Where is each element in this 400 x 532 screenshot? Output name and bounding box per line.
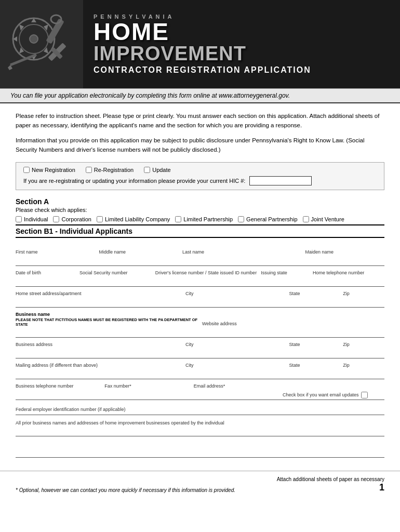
business-city-label: City <box>185 342 285 347</box>
gp-checkbox[interactable] <box>238 216 244 222</box>
new-registration-checkbox[interactable] <box>23 167 30 173</box>
home-phone-input[interactable] <box>313 276 384 285</box>
dl-input[interactable] <box>155 276 257 285</box>
business-city-input[interactable] <box>185 348 285 357</box>
business-name-field: Business name PLEASE NOTE THAT FICTITIOU… <box>16 312 198 336</box>
email-input[interactable] <box>194 389 278 398</box>
home-zip-input[interactable] <box>343 297 384 306</box>
first-name-input[interactable] <box>16 255 95 264</box>
dob-input[interactable] <box>16 276 75 285</box>
llc-option[interactable]: Limited Liability Company <box>97 216 170 222</box>
business-name-input[interactable] <box>16 327 198 336</box>
home-state-input[interactable] <box>289 297 339 306</box>
section-a-header: Section A <box>16 197 384 206</box>
maiden-name-label: Maiden name <box>305 249 384 255</box>
first-name-field: First name <box>16 249 95 264</box>
business-address-label: Business address <box>16 342 181 347</box>
mailing-address-label: Mailing address (if different than above… <box>16 363 181 368</box>
business-zip-label: Zip <box>343 342 384 347</box>
home-city-input[interactable] <box>185 297 285 306</box>
individual-option[interactable]: Individual <box>16 216 48 222</box>
business-address-field: Business address <box>16 342 181 357</box>
email-label: Email address* <box>194 383 278 389</box>
lp-checkbox[interactable] <box>175 216 181 222</box>
home-phone-label: Home telephone number <box>313 270 384 275</box>
email-updates-checkbox[interactable] <box>361 392 368 398</box>
intro-para2: Information that you provide on this app… <box>16 136 384 155</box>
prior-names-input[interactable] <box>16 425 384 435</box>
registration-type-box: New Registration Re-Registration Update … <box>16 162 384 190</box>
business-zip-input[interactable] <box>343 348 384 357</box>
business-name-row: Business name PLEASE NOTE THAT FICTITIOU… <box>16 308 384 338</box>
lp-label: Limited Partnership <box>183 216 233 222</box>
title-subtitle: CONTRACTOR REGISTRATION APPLICATION <box>94 65 390 75</box>
blank-input[interactable] <box>16 447 384 456</box>
jv-label: Joint Venture <box>311 216 344 222</box>
website-input[interactable] <box>202 327 384 336</box>
mailing-zip-input[interactable] <box>343 368 384 378</box>
dob-label: Date of birth <box>16 270 75 275</box>
prior-names-label: All prior business names and addresses o… <box>16 420 224 425</box>
home-address-label: Home street address/apartment <box>16 291 181 296</box>
corporation-checkbox[interactable] <box>53 216 59 222</box>
lp-option[interactable]: Limited Partnership <box>175 216 233 222</box>
issuing-state-input[interactable] <box>261 276 309 285</box>
business-state-input[interactable] <box>289 348 339 357</box>
mailing-state-input[interactable] <box>289 368 339 378</box>
business-city-field: City <box>185 342 285 357</box>
business-zip-field: Zip <box>343 342 384 357</box>
middle-name-field: Middle name <box>99 249 178 264</box>
re-registration-label: Re-Registration <box>94 167 134 173</box>
home-city-label: City <box>185 291 285 296</box>
section-b1-header: Section B1 - Individual Applicants <box>16 224 384 238</box>
header-logo-area <box>0 0 83 88</box>
middle-name-label: Middle name <box>99 249 178 255</box>
last-name-input[interactable] <box>182 255 301 264</box>
gp-option[interactable]: General Partnership <box>238 216 297 222</box>
footer-note: * Optional, however we can contact you m… <box>16 487 235 493</box>
svg-point-2 <box>30 35 38 43</box>
page-number: 1 <box>277 482 384 493</box>
hic-input[interactable] <box>249 176 312 185</box>
update-checkbox[interactable] <box>144 167 150 173</box>
mailing-address-field: Mailing address (if different than above… <box>16 363 181 378</box>
first-name-label: First name <box>16 249 95 255</box>
home-city-field: City <box>185 291 285 306</box>
ssn-label: Social Security number <box>79 270 151 275</box>
reg-options-row: New Registration Re-Registration Update <box>23 167 377 173</box>
jv-checkbox[interactable] <box>303 216 309 222</box>
business-address-input[interactable] <box>16 348 181 357</box>
re-registration-option[interactable]: Re-Registration <box>86 167 134 173</box>
ein-row: Federal employer identification number (… <box>16 400 384 415</box>
home-zip-label: Zip <box>343 291 384 296</box>
bus-phone-input[interactable] <box>16 389 100 398</box>
middle-name-input[interactable] <box>99 255 178 264</box>
page-header: PENNSYLVANIA HOME IMPROVEMENT CONTRACTOR… <box>0 0 400 88</box>
main-content: Please refer to instruction sheet. Pleas… <box>0 103 400 466</box>
home-address-row: Home street address/apartment City State… <box>16 287 384 308</box>
individual-checkbox[interactable] <box>16 216 22 222</box>
jv-option[interactable]: Joint Venture <box>303 216 344 222</box>
ssn-input[interactable] <box>79 276 151 285</box>
mailing-city-input[interactable] <box>185 368 285 378</box>
home-address-input[interactable] <box>16 297 181 306</box>
ein-input[interactable] <box>127 404 283 414</box>
llc-checkbox[interactable] <box>97 216 103 222</box>
mailing-address-input[interactable] <box>16 368 181 378</box>
section-a-checkboxes: Individual Corporation Limited Liability… <box>16 216 384 222</box>
fax-field: Fax number* <box>104 383 189 398</box>
title-home: HOME <box>94 20 390 44</box>
maiden-name-input[interactable] <box>305 255 384 264</box>
corporation-option[interactable]: Corporation <box>53 216 91 222</box>
tools-icon <box>5 8 78 81</box>
business-state-field: State <box>289 342 339 357</box>
update-option[interactable]: Update <box>144 167 170 173</box>
mailing-city-field: City <box>185 363 285 378</box>
fax-input[interactable] <box>104 389 189 398</box>
home-zip-field: Zip <box>343 291 384 306</box>
email-check-row[interactable]: Check box if you want email updates <box>283 392 384 398</box>
update-label: Update <box>152 167 170 173</box>
new-registration-option[interactable]: New Registration <box>23 167 75 173</box>
re-registration-checkbox[interactable] <box>86 167 92 173</box>
names-row: First name Middle name Last name Maiden … <box>16 245 384 266</box>
